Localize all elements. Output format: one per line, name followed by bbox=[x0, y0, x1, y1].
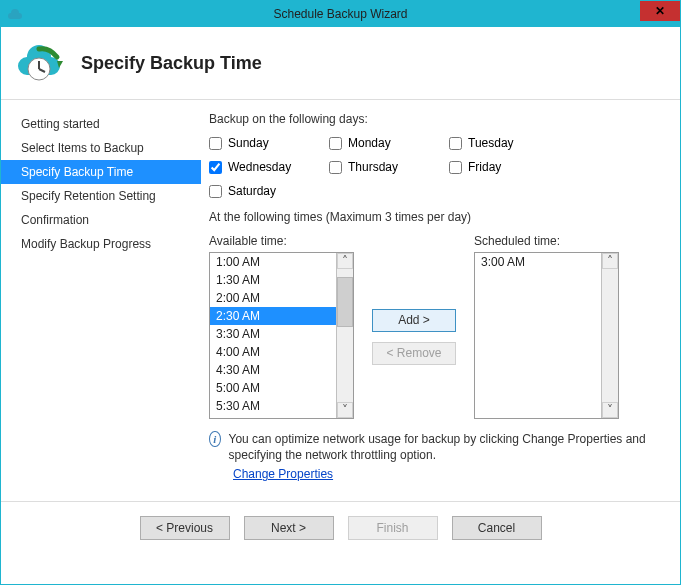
sidebar-item-modify-backup-progress[interactable]: Modify Backup Progress bbox=[1, 232, 201, 256]
scrollbar[interactable]: ˄ ˅ bbox=[336, 253, 353, 418]
times-section-label: At the following times (Maximum 3 times … bbox=[209, 210, 656, 224]
checkbox-input[interactable] bbox=[209, 137, 222, 150]
days-grid: SundayMondayTuesdayWednesdayThursdayFrid… bbox=[209, 136, 656, 198]
scroll-up-button[interactable]: ˄ bbox=[337, 253, 353, 269]
day-label: Thursday bbox=[348, 160, 398, 174]
available-time-option[interactable]: 4:30 AM bbox=[210, 361, 336, 379]
sidebar-item-specify-backup-time[interactable]: Specify Backup Time bbox=[1, 160, 201, 184]
day-checkbox-tuesday[interactable]: Tuesday bbox=[449, 136, 569, 150]
day-checkbox-wednesday[interactable]: Wednesday bbox=[209, 160, 329, 174]
scroll-track[interactable] bbox=[602, 269, 618, 402]
checkbox-input[interactable] bbox=[209, 161, 222, 174]
checkbox-input[interactable] bbox=[329, 137, 342, 150]
day-checkbox-sunday[interactable]: Sunday bbox=[209, 136, 329, 150]
chevron-down-icon: ˅ bbox=[342, 403, 348, 417]
next-button[interactable]: Next > bbox=[244, 516, 334, 540]
content-area: Backup on the following days: SundayMond… bbox=[201, 104, 680, 489]
available-time-option[interactable]: 4:00 AM bbox=[210, 343, 336, 361]
page-title: Specify Backup Time bbox=[81, 53, 262, 74]
sidebar-item-getting-started[interactable]: Getting started bbox=[1, 112, 201, 136]
chevron-up-icon: ˄ bbox=[342, 254, 348, 268]
available-time-option[interactable]: 5:00 AM bbox=[210, 379, 336, 397]
available-time-option[interactable]: 6:00 AM bbox=[210, 415, 336, 418]
available-time-option[interactable]: 5:30 AM bbox=[210, 397, 336, 415]
available-time-option[interactable]: 2:30 AM bbox=[210, 307, 336, 325]
title-bar: Schedule Backup Wizard ✕ bbox=[1, 1, 680, 27]
previous-button[interactable]: < Previous bbox=[140, 516, 230, 540]
available-time-option[interactable]: 1:30 AM bbox=[210, 271, 336, 289]
change-properties-link[interactable]: Change Properties bbox=[233, 467, 333, 481]
available-time-option[interactable]: 1:00 AM bbox=[210, 253, 336, 271]
day-checkbox-thursday[interactable]: Thursday bbox=[329, 160, 449, 174]
day-label: Sunday bbox=[228, 136, 269, 150]
scheduled-listbox[interactable]: 3:00 AM ˄ ˅ bbox=[474, 252, 619, 419]
day-label: Friday bbox=[468, 160, 501, 174]
day-label: Wednesday bbox=[228, 160, 291, 174]
day-checkbox-saturday[interactable]: Saturday bbox=[209, 184, 329, 198]
close-button[interactable]: ✕ bbox=[640, 1, 680, 21]
chevron-down-icon: ˅ bbox=[607, 403, 613, 417]
available-time-option[interactable]: 3:30 AM bbox=[210, 325, 336, 343]
cancel-button[interactable]: Cancel bbox=[452, 516, 542, 540]
day-label: Tuesday bbox=[468, 136, 514, 150]
available-time-option[interactable]: 2:00 AM bbox=[210, 289, 336, 307]
available-listbox[interactable]: 1:00 AM1:30 AM2:00 AM2:30 AM3:30 AM4:00 … bbox=[209, 252, 354, 419]
add-button[interactable]: Add > bbox=[372, 309, 456, 332]
sidebar-item-confirmation[interactable]: Confirmation bbox=[1, 208, 201, 232]
close-icon: ✕ bbox=[655, 4, 665, 18]
checkbox-input[interactable] bbox=[209, 185, 222, 198]
sidebar-item-select-items-to-backup[interactable]: Select Items to Backup bbox=[1, 136, 201, 160]
remove-button[interactable]: < Remove bbox=[372, 342, 456, 365]
scheduled-label: Scheduled time: bbox=[474, 234, 619, 248]
scroll-thumb[interactable] bbox=[337, 277, 353, 327]
day-label: Monday bbox=[348, 136, 391, 150]
info-row: i You can optimize network usage for bac… bbox=[209, 431, 656, 463]
day-label: Saturday bbox=[228, 184, 276, 198]
info-icon: i bbox=[209, 431, 221, 447]
header: Specify Backup Time bbox=[1, 27, 680, 95]
chevron-up-icon: ˄ bbox=[607, 254, 613, 268]
scheduled-time-option[interactable]: 3:00 AM bbox=[475, 253, 601, 271]
divider bbox=[1, 99, 680, 100]
scroll-down-button[interactable]: ˅ bbox=[602, 402, 618, 418]
scrollbar[interactable]: ˄ ˅ bbox=[601, 253, 618, 418]
scroll-down-button[interactable]: ˅ bbox=[337, 402, 353, 418]
app-icon bbox=[7, 6, 23, 22]
scroll-track[interactable] bbox=[337, 269, 353, 402]
day-checkbox-monday[interactable]: Monday bbox=[329, 136, 449, 150]
footer-buttons: < Previous Next > Finish Cancel bbox=[1, 501, 680, 558]
info-text: You can optimize network usage for backu… bbox=[229, 431, 656, 463]
wizard-sidebar: Getting startedSelect Items to BackupSpe… bbox=[1, 104, 201, 489]
available-label: Available time: bbox=[209, 234, 354, 248]
sidebar-item-specify-retention-setting[interactable]: Specify Retention Setting bbox=[1, 184, 201, 208]
wizard-icon bbox=[17, 39, 65, 87]
scroll-up-button[interactable]: ˄ bbox=[602, 253, 618, 269]
days-section-label: Backup on the following days: bbox=[209, 112, 656, 126]
finish-button[interactable]: Finish bbox=[348, 516, 438, 540]
checkbox-input[interactable] bbox=[329, 161, 342, 174]
window-title: Schedule Backup Wizard bbox=[1, 7, 680, 21]
checkbox-input[interactable] bbox=[449, 137, 462, 150]
checkbox-input[interactable] bbox=[449, 161, 462, 174]
day-checkbox-friday[interactable]: Friday bbox=[449, 160, 569, 174]
